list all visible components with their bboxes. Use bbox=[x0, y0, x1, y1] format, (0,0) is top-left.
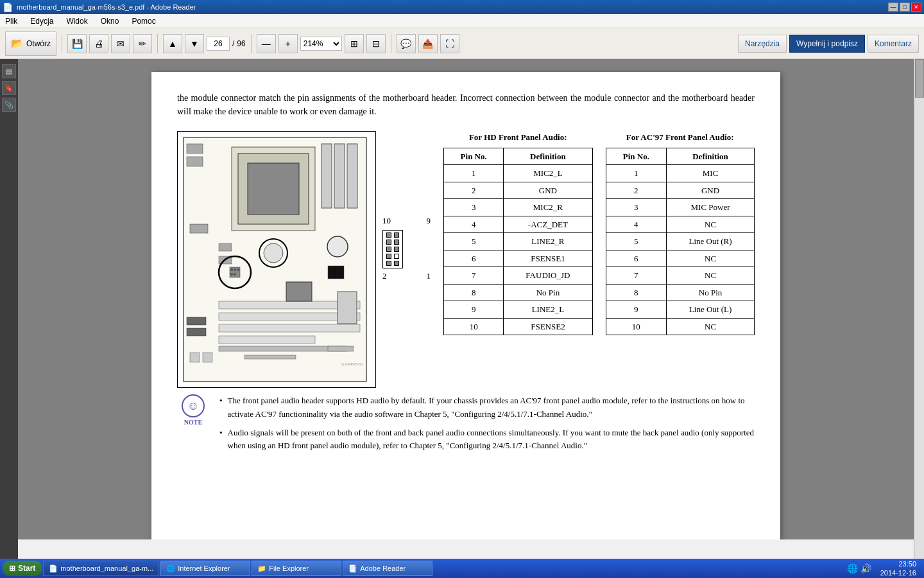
title-bar-controls: — □ ✕ bbox=[888, 3, 921, 12]
hd-col-def: Definition bbox=[504, 148, 592, 165]
hd-pin-no: 4 bbox=[444, 216, 504, 233]
pdf-page: the module connector match the pin assig… bbox=[151, 72, 780, 539]
menu-edycja[interactable]: Edycja bbox=[28, 15, 56, 27]
prev-page-button[interactable]: ▲ bbox=[163, 34, 182, 53]
ac97-definition: NC bbox=[667, 250, 755, 267]
maximize-button[interactable]: □ bbox=[900, 3, 910, 12]
fullscreen-button[interactable]: ⛶ bbox=[440, 34, 459, 53]
note-label: NOTE bbox=[184, 417, 202, 428]
taskbar-app-ie[interactable]: 🌐 Internet Explorer bbox=[160, 561, 250, 576]
sidebar-icon-bookmarks[interactable]: 🔖 bbox=[2, 81, 16, 95]
open-button[interactable]: 📂 Otwórz bbox=[5, 31, 56, 56]
toolbar-sep-4 bbox=[391, 34, 391, 53]
hd-definition: No Pin bbox=[504, 284, 592, 301]
hd-definition: FSENSE1 bbox=[504, 250, 592, 267]
hd-definition: MIC2_L bbox=[504, 165, 592, 182]
ac97-pin-no: 7 bbox=[606, 267, 667, 285]
hd-table-row: 2GND bbox=[444, 182, 593, 199]
komentarz-button[interactable]: Komentarz bbox=[868, 35, 919, 53]
save-button[interactable]: 💾 bbox=[67, 34, 87, 53]
ac97-table-row: 5Line Out (R) bbox=[606, 233, 755, 250]
diagram-section: GA-M56S-S3 10 9 bbox=[177, 131, 431, 388]
connector-label-1: 1 bbox=[427, 270, 431, 283]
title-bar: 📄 motherboard_manual_ga-m56s-s3_e.pdf - … bbox=[0, 0, 924, 14]
fit-width-button[interactable]: ⊟ bbox=[366, 34, 386, 53]
menu-widok[interactable]: Widok bbox=[64, 15, 90, 27]
menu-bar: Plik Edycja Widok Okno Pomoc bbox=[0, 14, 924, 28]
share-button[interactable]: 📤 bbox=[418, 34, 438, 53]
svg-rect-7 bbox=[187, 144, 203, 153]
hd-definition: LINE2_R bbox=[504, 233, 592, 250]
zoom-out-button[interactable]: — bbox=[257, 34, 276, 53]
content-row: GA-M56S-S3 10 9 bbox=[177, 131, 755, 388]
sidebar-icon-pages[interactable]: ▤ bbox=[2, 64, 16, 78]
sidebar-icon-attachments[interactable]: 📎 bbox=[2, 98, 16, 112]
svg-rect-6 bbox=[347, 144, 357, 208]
bullet-text-2: Audio signals will be present on both of… bbox=[228, 426, 755, 453]
pin-dot bbox=[386, 232, 391, 238]
ac97-definition: Line Out (L) bbox=[667, 301, 755, 319]
hd-pin-no: 5 bbox=[444, 233, 504, 250]
hd-pin-no: 7 bbox=[444, 267, 504, 285]
wypelnij-button[interactable]: Wypełnij i podpisz bbox=[789, 35, 865, 53]
menu-plik[interactable]: Plik bbox=[3, 15, 20, 27]
narzedzia-button[interactable]: Narzędzia bbox=[738, 35, 787, 53]
print-button[interactable]: 🖨 bbox=[89, 34, 108, 53]
hd-table-row: 8No Pin bbox=[444, 284, 593, 301]
taskbar-app-reader[interactable]: 📑 Adobe Reader bbox=[343, 561, 432, 576]
hd-table-row: 7FAUDIO_JD bbox=[444, 267, 593, 285]
hd-table: Pin No. Definition 1MIC2_L2GND3MIC2_R4-A… bbox=[443, 148, 593, 336]
start-icon: ⊞ bbox=[9, 564, 15, 573]
svg-rect-28 bbox=[244, 355, 296, 359]
start-button[interactable]: ⊞ Start bbox=[3, 561, 42, 576]
ac97-table-row: 8No Pin bbox=[606, 284, 755, 301]
ac97-definition: NC bbox=[667, 267, 755, 285]
pin-dot bbox=[394, 240, 399, 245]
main-content[interactable]: the module connector match the pin assig… bbox=[18, 59, 914, 539]
fit-page-button[interactable]: ⊞ bbox=[345, 34, 364, 53]
hd-table-block: For HD Front Panel Audio: Pin No. Defini… bbox=[443, 131, 593, 335]
bullet-item-1: • The front panel audio header supports … bbox=[219, 394, 755, 421]
ac97-pin-no: 5 bbox=[606, 233, 667, 250]
bullet-1: • bbox=[219, 394, 223, 421]
ac97-pin-no: 2 bbox=[606, 182, 667, 199]
motherboard-svg: GA-M56S-S3 bbox=[180, 134, 373, 385]
page-number-input[interactable]: 26 bbox=[207, 37, 230, 51]
open-icon: 📂 bbox=[11, 37, 24, 49]
taskbar-date: 2014-12-16 bbox=[880, 568, 916, 577]
connector-diagram: 10 9 bbox=[382, 215, 431, 282]
hd-pin-no: 3 bbox=[444, 199, 504, 216]
taskbar-app-explorer[interactable]: 📁 File Explorer bbox=[252, 561, 341, 576]
hd-pin-no: 1 bbox=[444, 165, 504, 182]
next-page-button[interactable]: ▼ bbox=[185, 34, 204, 53]
connector-bottom-labels: 2 1 bbox=[382, 270, 431, 283]
zoom-select[interactable]: 214% 100% 150% bbox=[300, 37, 342, 51]
menu-pomoc[interactable]: Pomoc bbox=[129, 15, 158, 27]
bullet-item-2: • Audio signals will be present on both … bbox=[219, 426, 755, 453]
scrollbar[interactable] bbox=[914, 59, 924, 559]
close-button[interactable]: ✕ bbox=[911, 3, 921, 12]
menu-okno[interactable]: Okno bbox=[98, 15, 122, 27]
ac97-table-row: 3MIC Power bbox=[606, 199, 755, 216]
comment-button[interactable]: 💬 bbox=[397, 34, 416, 53]
open-label: Otwórz bbox=[26, 39, 51, 48]
page-separator: / bbox=[232, 39, 234, 48]
svg-rect-3 bbox=[248, 163, 299, 215]
scrollbar-thumb[interactable] bbox=[915, 59, 924, 98]
svg-rect-4 bbox=[321, 144, 332, 208]
adobe-icon: 📄 bbox=[49, 565, 58, 573]
ac97-table-row: 7NC bbox=[606, 267, 755, 285]
ac97-pin-no: 4 bbox=[606, 216, 667, 233]
ac97-definition: MIC Power bbox=[667, 199, 755, 216]
hd-pin-no: 9 bbox=[444, 301, 504, 319]
pin-row-2 bbox=[386, 240, 399, 245]
edit-button[interactable]: ✏ bbox=[133, 34, 152, 53]
hd-table-title: For HD Front Panel Audio: bbox=[443, 131, 593, 144]
reader-icon: 📑 bbox=[348, 565, 357, 573]
email-button[interactable]: ✉ bbox=[111, 34, 130, 53]
connector-label-2: 2 bbox=[382, 270, 387, 283]
pin-row-3 bbox=[386, 247, 399, 252]
zoom-in-button[interactable]: + bbox=[278, 34, 298, 53]
minimize-button[interactable]: — bbox=[888, 3, 898, 12]
taskbar-app-adobe[interactable]: 📄 motherboard_manual_ga-m... bbox=[43, 561, 159, 576]
